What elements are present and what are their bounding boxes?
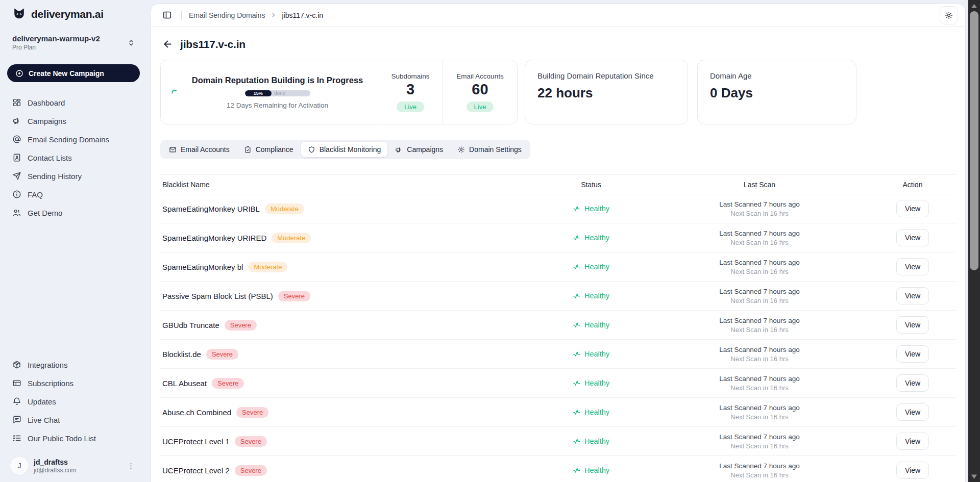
view-button[interactable]: View <box>896 433 929 450</box>
clipboard-check-icon <box>244 146 252 154</box>
chevron-right-icon <box>270 12 277 18</box>
status-label: Healthy <box>584 234 609 242</box>
blacklist-name: CBL Abuseat <box>162 379 207 388</box>
tab-label: Campaigns <box>407 145 443 154</box>
next-scan-text: Next Scan in 16 hrs <box>650 384 869 392</box>
sidebar-item-integrations[interactable]: Integrations <box>7 356 140 374</box>
sidebar-item-label: Our Public Todo List <box>28 434 96 443</box>
blacklist-name: Passive Spam Block List (PSBL) <box>162 292 273 300</box>
reputation-progress-bar: 15% done <box>245 90 310 96</box>
stat-label: Email Accounts <box>456 72 503 80</box>
table-row: UCEProtect Level 2 Severe Healthy Last S… <box>160 456 956 482</box>
tab-label: Blacklist Monitoring <box>320 145 381 154</box>
next-scan-text: Next Scan in 16 hrs <box>650 471 869 479</box>
view-button[interactable]: View <box>896 200 929 217</box>
pulse-activity-icon <box>573 292 581 300</box>
contact-book-icon <box>12 153 21 162</box>
sidebar-toggle-icon[interactable] <box>160 8 174 22</box>
last-scanned-text: Last Scanned 7 hours ago <box>650 404 869 412</box>
status-label: Healthy <box>584 408 609 416</box>
page-content: jibs117.v-c.in Domain Reputation Buildin… <box>151 27 965 482</box>
megaphone-icon <box>395 146 403 154</box>
status-label: Healthy <box>584 205 609 213</box>
scrollbar-thumb[interactable] <box>970 11 978 270</box>
chevrons-up-down-icon <box>128 39 135 46</box>
progress-fill: 15% <box>245 90 272 96</box>
sidebar-item-dashboard[interactable]: Dashboard <box>7 93 140 112</box>
user-profile[interactable]: J jd_draftss jd@draftss.com <box>7 452 140 476</box>
sidebar-item-sending-history[interactable]: Sending History <box>7 167 140 185</box>
megaphone-icon <box>12 116 21 125</box>
view-button[interactable]: View <box>896 287 929 305</box>
theme-toggle-button[interactable] <box>940 6 958 24</box>
sidebar-item-get-demo[interactable]: Get Demo <box>7 204 140 222</box>
user-menu-kebab-icon[interactable] <box>125 460 137 472</box>
view-button[interactable]: View <box>896 374 929 392</box>
status-label: Healthy <box>584 321 609 329</box>
chat-bubble-icon <box>12 415 21 424</box>
pulse-activity-icon <box>573 350 581 358</box>
sidebar-item-label: Get Demo <box>28 209 62 217</box>
tab-campaigns[interactable]: Campaigns <box>388 142 450 157</box>
status-value: Healthy <box>573 321 609 329</box>
tab-label: Domain Settings <box>469 145 522 154</box>
status-label: Healthy <box>584 350 609 358</box>
column-header-status: Status <box>532 181 650 189</box>
mail-icon <box>169 146 177 154</box>
pulse-activity-icon <box>573 466 581 474</box>
view-button[interactable]: View <box>896 345 929 363</box>
tab-compliance[interactable]: Compliance <box>237 142 300 157</box>
view-button[interactable]: View <box>896 316 929 334</box>
status-label: Healthy <box>584 263 609 271</box>
workspace-name: deliveryman-warmup-v2 <box>12 34 128 43</box>
sidebar-item-subscriptions[interactable]: Subscriptions <box>7 374 140 392</box>
tab-email-accounts[interactable]: Email Accounts <box>162 142 236 157</box>
workspace-selector[interactable]: deliveryman-warmup-v2 Pro Plan <box>7 34 140 51</box>
live-badge: Live <box>467 102 494 112</box>
last-scanned-text: Last Scanned 7 hours ago <box>650 433 869 441</box>
table-row: SpameEatingMonkey bl Moderate Healthy La… <box>160 252 956 282</box>
tab-domain-settings[interactable]: Domain Settings <box>451 142 528 157</box>
sidebar-item-label: Live Chat <box>28 416 60 424</box>
scroll-down-arrow-icon[interactable] <box>968 472 980 481</box>
view-button[interactable]: View <box>896 462 929 479</box>
view-button[interactable]: View <box>896 258 929 275</box>
table-row: CBL Abuseat Severe Healthy Last Scanned … <box>160 369 956 398</box>
user-email: jd@draftss.com <box>34 467 120 474</box>
sidebar-item-label: Updates <box>28 397 56 406</box>
view-button[interactable]: View <box>896 229 929 246</box>
tab-label: Email Accounts <box>181 145 230 154</box>
scroll-up-arrow-icon[interactable] <box>968 1 980 10</box>
severity-badge: Moderate <box>272 233 311 243</box>
info-card-value: 22 hours <box>537 85 675 101</box>
sidebar-item-updates[interactable]: Updates <box>7 392 140 411</box>
sidebar-item-contact-lists[interactable]: Contact Lists <box>7 148 140 167</box>
table-row: UCEProtect Level 1 Severe Healthy Last S… <box>160 427 956 456</box>
severity-badge: Severe <box>206 349 238 360</box>
severity-badge: Severe <box>212 378 244 389</box>
vertical-scrollbar[interactable] <box>968 0 980 482</box>
sidebar-item-campaigns[interactable]: Campaigns <box>7 112 140 130</box>
sidebar-item-label: FAQ <box>28 190 43 199</box>
sidebar-item-live-chat[interactable]: Live Chat <box>7 411 140 429</box>
sidebar-item-public-todo-list[interactable]: Our Public Todo List <box>7 429 140 447</box>
reputation-since-card: Building Domain Reputation Since 22 hour… <box>525 60 688 124</box>
status-label: Healthy <box>584 466 609 474</box>
tab-blacklist-monitoring[interactable]: Blacklist Monitoring <box>301 142 388 157</box>
stat-value: 60 <box>472 81 488 98</box>
topbar-divider <box>181 11 182 20</box>
tab-bar: Email Accounts Compliance <box>160 140 530 159</box>
create-new-campaign-button[interactable]: Create New Campaign <box>7 64 140 82</box>
dashboard-grid-icon <box>12 98 21 107</box>
sidebar-item-faq[interactable]: FAQ <box>7 185 140 204</box>
table-row: Passive Spam Block List (PSBL) Severe He… <box>160 282 956 311</box>
severity-badge: Severe <box>278 291 310 301</box>
pulse-activity-icon <box>573 263 581 271</box>
view-button[interactable]: View <box>896 403 929 421</box>
subdomains-stat: Subdomains 3 Live <box>378 60 443 124</box>
back-arrow-icon[interactable] <box>161 38 174 50</box>
breadcrumb-parent[interactable]: Email Sending Domains <box>189 11 265 19</box>
last-scanned-text: Last Scanned 7 hours ago <box>650 288 869 295</box>
blacklist-name: Blocklist.de <box>162 350 201 359</box>
sidebar-item-email-sending-domains[interactable]: Email Sending Domains <box>7 130 140 148</box>
